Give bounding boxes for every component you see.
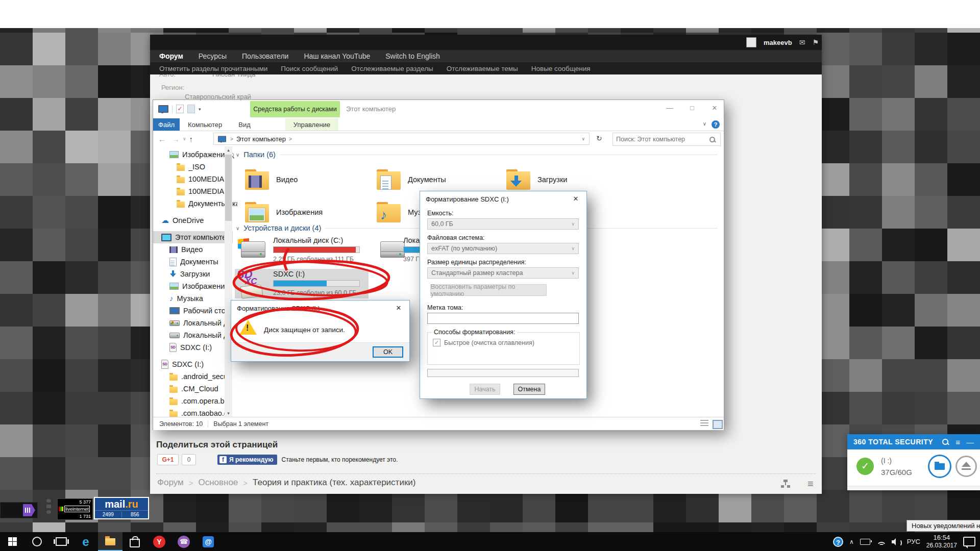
folder-tile-pictures[interactable]: Изображения (245, 197, 373, 227)
tray-expand-icon[interactable]: ∧ (849, 538, 854, 545)
help-icon[interactable]: ? (712, 120, 720, 129)
facebook-recommend-button[interactable]: fЯ рекомендую (217, 455, 277, 465)
gplus-button[interactable]: G+1 (157, 454, 179, 465)
help-tray-icon[interactable]: ? (833, 537, 843, 547)
taskbar-explorer[interactable] (98, 532, 122, 551)
up-icon[interactable]: ↑ (189, 135, 193, 143)
dialog-titlebar[interactable]: Форматирование SDXC (I:) ✕ (231, 300, 409, 316)
close-button[interactable]: ✕ (704, 100, 725, 115)
refresh-icon[interactable]: ↻ (596, 134, 602, 142)
wallpaper-tile (65, 261, 98, 294)
taskbar-mail[interactable]: @ (196, 532, 220, 551)
nav-watched-sections[interactable]: Отслеживаемые разделы (351, 65, 433, 72)
sidebar-item-100media[interactable]: 100MEDIA (153, 173, 248, 185)
sidebar-item-100media-2[interactable]: 100MEDIA (153, 185, 248, 197)
clock[interactable]: 16:5426.03.2017 (926, 534, 957, 549)
sidebar-item-onedrive[interactable]: ☁OneDrive (153, 214, 233, 227)
nav-forum[interactable]: Форум (159, 52, 183, 60)
menu-icon[interactable]: ≡ (955, 438, 960, 446)
close-icon[interactable]: ✕ (565, 191, 586, 206)
start-button[interactable] (0, 532, 24, 551)
thumbnail-view-toggle-icon[interactable] (713, 420, 723, 429)
nav-new-posts[interactable]: Новые сообщения (531, 65, 591, 72)
nav-users[interactable]: Пользователи (242, 52, 288, 60)
sidebar-item-iso[interactable]: _ISO (153, 161, 248, 173)
breadcrumb-main[interactable]: Основное (198, 478, 238, 488)
open-drive-button[interactable] (928, 455, 951, 478)
nav-switch-english[interactable]: Switch to English (385, 52, 440, 60)
visitors-icon (46, 510, 51, 514)
search-box[interactable] (612, 133, 721, 146)
mailru-badge[interactable]: mail.ru 2499 856 (94, 497, 149, 519)
history-dropdown-icon[interactable]: ∨ (183, 136, 186, 141)
folder-icon (177, 177, 185, 183)
folder-tile-downloads[interactable]: Загрузки (506, 165, 634, 194)
liveinternet-badge[interactable]: 5 377 liveinternet 1 731 (57, 498, 93, 520)
nav-watched-topics[interactable]: Отслеживаемые темы (447, 65, 518, 72)
close-icon[interactable]: ✕ (388, 300, 409, 315)
scroll-down-icon[interactable]: ▾ (225, 411, 232, 416)
volume-label-input[interactable] (427, 313, 579, 324)
nav-mark-read[interactable]: Отметить разделы прочитанными (159, 65, 267, 72)
ribbon-collapse-icon[interactable]: ∨ (703, 121, 706, 127)
folder-tile-videos[interactable]: Видео (245, 165, 373, 194)
address-dropdown-icon[interactable]: ∨ (581, 136, 585, 141)
nav-youtube[interactable]: Наш канал YouTube (304, 52, 370, 60)
wifi-icon[interactable] (876, 538, 886, 545)
address-bar[interactable]: > Этот компьютер > ∨ (213, 133, 590, 145)
nav-resources[interactable]: Ресурсы (199, 52, 227, 60)
messages-envelope-icon[interactable]: ✉ (799, 38, 805, 46)
address-location[interactable]: Этот компьютер (236, 135, 286, 143)
back-icon[interactable]: ← (158, 135, 166, 143)
nav-search-posts[interactable]: Поиск сообщений (281, 65, 338, 72)
folders-group-header[interactable]: ∨ Папки (6) (236, 151, 718, 159)
taskbar-viber[interactable]: ☎ (172, 532, 196, 551)
wallpaper-tile (98, 65, 131, 98)
search-icon[interactable] (709, 137, 715, 142)
maximize-button[interactable]: □ (682, 100, 702, 115)
share-title: Поделиться этой страницей (156, 440, 278, 450)
wallpaper-tile (0, 65, 33, 98)
chevron-down-icon[interactable]: ∨ (236, 152, 239, 158)
search-icon[interactable] (942, 439, 948, 445)
sidebar-scrollbar[interactable]: ▴ ▾ (225, 146, 232, 417)
sitemap-icon[interactable] (781, 480, 790, 488)
eject-button[interactable] (955, 456, 977, 477)
hamburger-icon[interactable]: ≡ (807, 480, 814, 488)
sidebar-item-scanned-docs[interactable]: Документы скан (153, 197, 248, 210)
cancel-button[interactable]: Отмена (513, 384, 545, 395)
sidebar-item-this-pc[interactable]: Этот компьютер (153, 231, 233, 243)
search-input[interactable] (613, 135, 709, 143)
computer-icon (218, 136, 226, 142)
taskbar-yandex[interactable]: Y (147, 532, 172, 551)
avatar[interactable] (746, 37, 756, 47)
ok-button[interactable]: OK (373, 346, 403, 358)
drive-tile-c[interactable]: Локальный диск (C:) 2,25 ГБ свободно из … (235, 236, 369, 266)
volume-icon[interactable] (892, 538, 901, 545)
alerts-flag-icon[interactable]: ⚑ (812, 38, 819, 46)
wallpaper-tile (849, 65, 882, 98)
folder-tile-documents[interactable]: Документы (377, 165, 504, 194)
scroll-up-icon[interactable]: ▴ (225, 147, 232, 153)
widget-header[interactable]: 360 TOTAL SECURITY ≡ — (847, 434, 980, 449)
forward-icon[interactable]: → (172, 135, 180, 143)
sidebar-item-sdxc-root[interactable]: SDSDXC (I:) (153, 358, 233, 370)
battery-icon[interactable] (860, 539, 870, 545)
language-indicator[interactable]: РУС (907, 538, 920, 545)
wallpaper-tile (947, 98, 980, 131)
drive-tile-sdxc[interactable]: SDXC SDXC (I:) 23,0 ГБ свободно из 60,0 … (235, 269, 369, 298)
task-view-button[interactable] (49, 532, 74, 551)
taskbar-edge[interactable]: e (74, 532, 98, 551)
breadcrumb-forum[interactable]: Форум (157, 478, 184, 488)
taskbar-search-button[interactable] (24, 532, 49, 551)
action-center-icon[interactable] (963, 537, 975, 546)
minimize-icon[interactable]: — (966, 438, 974, 446)
minimize-button[interactable]: — (659, 100, 680, 115)
scrollbar-thumb[interactable] (225, 155, 232, 221)
dialog-titlebar[interactable]: Форматирование SDXC (I:) ✕ (420, 191, 586, 207)
taskbar-store[interactable] (122, 532, 147, 551)
username[interactable]: makeevb (764, 39, 792, 46)
counter-badge[interactable] (0, 502, 38, 518)
chevron-down-icon[interactable]: ∨ (236, 226, 239, 231)
list-view-toggle-icon[interactable] (700, 420, 708, 427)
